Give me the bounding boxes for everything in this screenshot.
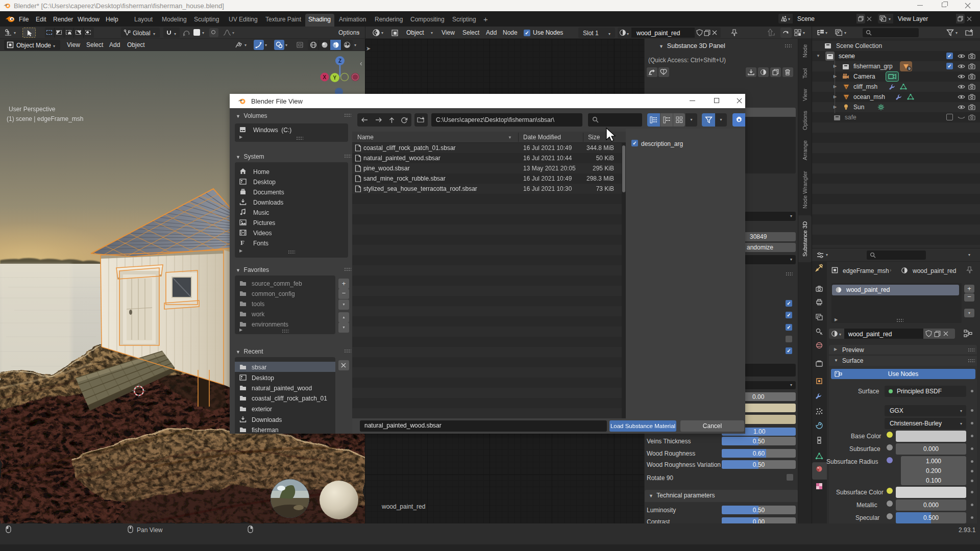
svg-text:X: X xyxy=(323,74,327,80)
svg-text:‹: ‹ xyxy=(360,59,362,67)
svg-text:User Perspective: User Perspective xyxy=(9,106,56,113)
svg-text:(1) scene | edgeFrame_msh: (1) scene | edgeFrame_msh xyxy=(7,115,84,122)
svg-text:Y: Y xyxy=(333,75,337,81)
svg-text:Z: Z xyxy=(338,58,341,64)
